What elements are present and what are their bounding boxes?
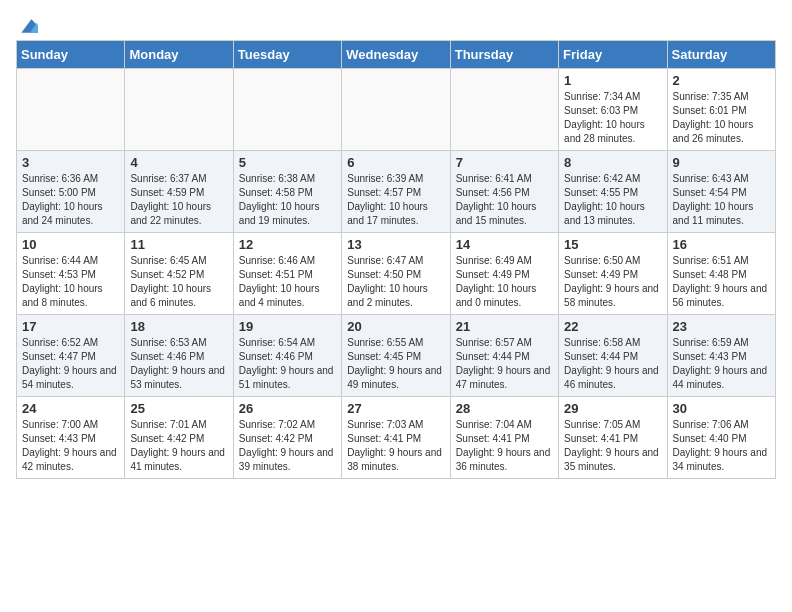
day-number: 17 — [22, 319, 119, 334]
calendar-day-cell: 21Sunrise: 6:57 AMSunset: 4:44 PMDayligh… — [450, 315, 558, 397]
day-info: Sunrise: 6:54 AMSunset: 4:46 PMDaylight:… — [239, 336, 336, 392]
day-number: 4 — [130, 155, 227, 170]
calendar-week-row: 10Sunrise: 6:44 AMSunset: 4:53 PMDayligh… — [17, 233, 776, 315]
day-info: Sunrise: 6:41 AMSunset: 4:56 PMDaylight:… — [456, 172, 553, 228]
calendar-day-cell: 16Sunrise: 6:51 AMSunset: 4:48 PMDayligh… — [667, 233, 775, 315]
day-number: 28 — [456, 401, 553, 416]
day-info: Sunrise: 6:36 AMSunset: 5:00 PMDaylight:… — [22, 172, 119, 228]
day-info: Sunrise: 6:55 AMSunset: 4:45 PMDaylight:… — [347, 336, 444, 392]
logo-icon — [18, 16, 38, 36]
calendar-day-cell: 13Sunrise: 6:47 AMSunset: 4:50 PMDayligh… — [342, 233, 450, 315]
day-info: Sunrise: 6:37 AMSunset: 4:59 PMDaylight:… — [130, 172, 227, 228]
calendar-week-row: 24Sunrise: 7:00 AMSunset: 4:43 PMDayligh… — [17, 397, 776, 479]
calendar-day-cell: 6Sunrise: 6:39 AMSunset: 4:57 PMDaylight… — [342, 151, 450, 233]
day-info: Sunrise: 6:51 AMSunset: 4:48 PMDaylight:… — [673, 254, 770, 310]
day-number: 6 — [347, 155, 444, 170]
calendar-day-cell: 3Sunrise: 6:36 AMSunset: 5:00 PMDaylight… — [17, 151, 125, 233]
day-number: 21 — [456, 319, 553, 334]
calendar-day-cell — [342, 69, 450, 151]
day-number: 29 — [564, 401, 661, 416]
day-number: 25 — [130, 401, 227, 416]
calendar-day-cell: 15Sunrise: 6:50 AMSunset: 4:49 PMDayligh… — [559, 233, 667, 315]
day-number: 14 — [456, 237, 553, 252]
page-header — [16, 16, 776, 32]
calendar-week-row: 1Sunrise: 7:34 AMSunset: 6:03 PMDaylight… — [17, 69, 776, 151]
day-number: 5 — [239, 155, 336, 170]
col-header-tuesday: Tuesday — [233, 41, 341, 69]
day-info: Sunrise: 6:49 AMSunset: 4:49 PMDaylight:… — [456, 254, 553, 310]
calendar-day-cell: 5Sunrise: 6:38 AMSunset: 4:58 PMDaylight… — [233, 151, 341, 233]
day-number: 7 — [456, 155, 553, 170]
day-info: Sunrise: 7:35 AMSunset: 6:01 PMDaylight:… — [673, 90, 770, 146]
day-info: Sunrise: 7:34 AMSunset: 6:03 PMDaylight:… — [564, 90, 661, 146]
logo — [16, 16, 38, 32]
calendar-day-cell: 2Sunrise: 7:35 AMSunset: 6:01 PMDaylight… — [667, 69, 775, 151]
calendar-day-cell: 7Sunrise: 6:41 AMSunset: 4:56 PMDaylight… — [450, 151, 558, 233]
day-info: Sunrise: 6:59 AMSunset: 4:43 PMDaylight:… — [673, 336, 770, 392]
day-number: 24 — [22, 401, 119, 416]
col-header-sunday: Sunday — [17, 41, 125, 69]
day-info: Sunrise: 6:45 AMSunset: 4:52 PMDaylight:… — [130, 254, 227, 310]
col-header-saturday: Saturday — [667, 41, 775, 69]
day-info: Sunrise: 7:06 AMSunset: 4:40 PMDaylight:… — [673, 418, 770, 474]
calendar-day-cell: 4Sunrise: 6:37 AMSunset: 4:59 PMDaylight… — [125, 151, 233, 233]
day-info: Sunrise: 7:04 AMSunset: 4:41 PMDaylight:… — [456, 418, 553, 474]
calendar-day-cell: 12Sunrise: 6:46 AMSunset: 4:51 PMDayligh… — [233, 233, 341, 315]
day-info: Sunrise: 6:46 AMSunset: 4:51 PMDaylight:… — [239, 254, 336, 310]
calendar-day-cell: 27Sunrise: 7:03 AMSunset: 4:41 PMDayligh… — [342, 397, 450, 479]
day-info: Sunrise: 6:44 AMSunset: 4:53 PMDaylight:… — [22, 254, 119, 310]
calendar-day-cell — [125, 69, 233, 151]
day-number: 19 — [239, 319, 336, 334]
calendar-week-row: 3Sunrise: 6:36 AMSunset: 5:00 PMDaylight… — [17, 151, 776, 233]
day-number: 3 — [22, 155, 119, 170]
day-number: 18 — [130, 319, 227, 334]
calendar-day-cell: 22Sunrise: 6:58 AMSunset: 4:44 PMDayligh… — [559, 315, 667, 397]
day-info: Sunrise: 6:57 AMSunset: 4:44 PMDaylight:… — [456, 336, 553, 392]
calendar-day-cell: 26Sunrise: 7:02 AMSunset: 4:42 PMDayligh… — [233, 397, 341, 479]
col-header-monday: Monday — [125, 41, 233, 69]
day-number: 15 — [564, 237, 661, 252]
day-info: Sunrise: 7:01 AMSunset: 4:42 PMDaylight:… — [130, 418, 227, 474]
day-info: Sunrise: 7:00 AMSunset: 4:43 PMDaylight:… — [22, 418, 119, 474]
col-header-wednesday: Wednesday — [342, 41, 450, 69]
calendar-day-cell: 17Sunrise: 6:52 AMSunset: 4:47 PMDayligh… — [17, 315, 125, 397]
calendar-week-row: 17Sunrise: 6:52 AMSunset: 4:47 PMDayligh… — [17, 315, 776, 397]
day-info: Sunrise: 6:39 AMSunset: 4:57 PMDaylight:… — [347, 172, 444, 228]
calendar-day-cell: 11Sunrise: 6:45 AMSunset: 4:52 PMDayligh… — [125, 233, 233, 315]
calendar-header-row: SundayMondayTuesdayWednesdayThursdayFrid… — [17, 41, 776, 69]
calendar-day-cell: 18Sunrise: 6:53 AMSunset: 4:46 PMDayligh… — [125, 315, 233, 397]
calendar-day-cell: 24Sunrise: 7:00 AMSunset: 4:43 PMDayligh… — [17, 397, 125, 479]
day-number: 26 — [239, 401, 336, 416]
calendar-day-cell: 29Sunrise: 7:05 AMSunset: 4:41 PMDayligh… — [559, 397, 667, 479]
day-info: Sunrise: 7:02 AMSunset: 4:42 PMDaylight:… — [239, 418, 336, 474]
calendar-day-cell: 20Sunrise: 6:55 AMSunset: 4:45 PMDayligh… — [342, 315, 450, 397]
calendar-day-cell: 28Sunrise: 7:04 AMSunset: 4:41 PMDayligh… — [450, 397, 558, 479]
day-info: Sunrise: 6:47 AMSunset: 4:50 PMDaylight:… — [347, 254, 444, 310]
day-number: 20 — [347, 319, 444, 334]
calendar-day-cell: 8Sunrise: 6:42 AMSunset: 4:55 PMDaylight… — [559, 151, 667, 233]
day-number: 11 — [130, 237, 227, 252]
day-number: 2 — [673, 73, 770, 88]
day-number: 22 — [564, 319, 661, 334]
day-info: Sunrise: 6:42 AMSunset: 4:55 PMDaylight:… — [564, 172, 661, 228]
day-number: 13 — [347, 237, 444, 252]
day-info: Sunrise: 6:50 AMSunset: 4:49 PMDaylight:… — [564, 254, 661, 310]
calendar-table: SundayMondayTuesdayWednesdayThursdayFrid… — [16, 40, 776, 479]
day-number: 16 — [673, 237, 770, 252]
day-number: 12 — [239, 237, 336, 252]
calendar-day-cell: 25Sunrise: 7:01 AMSunset: 4:42 PMDayligh… — [125, 397, 233, 479]
calendar-day-cell — [17, 69, 125, 151]
day-info: Sunrise: 7:03 AMSunset: 4:41 PMDaylight:… — [347, 418, 444, 474]
col-header-thursday: Thursday — [450, 41, 558, 69]
calendar-day-cell: 10Sunrise: 6:44 AMSunset: 4:53 PMDayligh… — [17, 233, 125, 315]
day-info: Sunrise: 7:05 AMSunset: 4:41 PMDaylight:… — [564, 418, 661, 474]
calendar-day-cell: 23Sunrise: 6:59 AMSunset: 4:43 PMDayligh… — [667, 315, 775, 397]
calendar-day-cell: 30Sunrise: 7:06 AMSunset: 4:40 PMDayligh… — [667, 397, 775, 479]
day-number: 30 — [673, 401, 770, 416]
calendar-day-cell: 1Sunrise: 7:34 AMSunset: 6:03 PMDaylight… — [559, 69, 667, 151]
day-info: Sunrise: 6:53 AMSunset: 4:46 PMDaylight:… — [130, 336, 227, 392]
day-info: Sunrise: 6:58 AMSunset: 4:44 PMDaylight:… — [564, 336, 661, 392]
calendar-day-cell — [450, 69, 558, 151]
day-number: 8 — [564, 155, 661, 170]
day-info: Sunrise: 6:52 AMSunset: 4:47 PMDaylight:… — [22, 336, 119, 392]
